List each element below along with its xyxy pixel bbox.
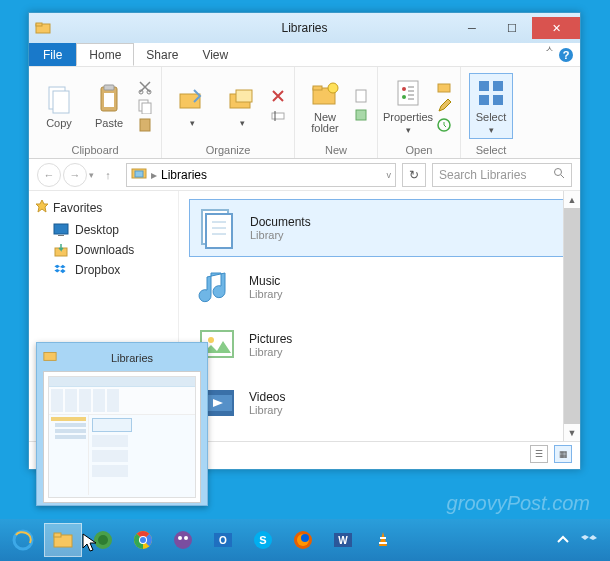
taskbar: O S W [0, 519, 610, 561]
forward-button[interactable]: → [63, 163, 87, 187]
up-button[interactable]: ↑ [96, 163, 120, 187]
svg-point-77 [301, 534, 309, 542]
svg-rect-20 [313, 86, 322, 90]
scroll-thumb[interactable] [564, 208, 580, 424]
svg-line-40 [561, 175, 564, 178]
svg-point-21 [328, 83, 338, 93]
svg-rect-56 [44, 353, 56, 361]
address-bar[interactable]: ▸ Libraries v [126, 163, 396, 187]
open-icon[interactable] [436, 79, 452, 95]
select-button[interactable]: Select▾ [469, 73, 513, 139]
sidebar-item-desktop[interactable]: Desktop [35, 220, 172, 240]
view-tab[interactable]: View [190, 43, 240, 66]
tiles-view-button[interactable]: ▦ [554, 445, 572, 463]
library-pictures[interactable]: PicturesLibrary [189, 317, 570, 373]
rename-icon[interactable] [270, 107, 286, 123]
minimize-button[interactable]: ─ [452, 17, 492, 39]
delete-icon[interactable] [270, 88, 286, 104]
taskbar-explorer[interactable] [44, 523, 82, 557]
svg-rect-8 [104, 93, 114, 107]
downloads-icon [53, 242, 69, 258]
ribbon: Copy Paste Clipboard ▾ ▾ [29, 67, 580, 159]
sidebar-item-downloads[interactable]: Downloads [35, 240, 172, 260]
taskbar-word[interactable]: W [324, 523, 362, 557]
easy-access-icon[interactable] [353, 107, 369, 123]
taskbar-app-green[interactable] [84, 523, 122, 557]
ribbon-group-open: Properties▾ Open [378, 67, 461, 158]
taskbar-outlook[interactable]: O [204, 523, 242, 557]
search-input[interactable]: Search Libraries [432, 163, 572, 187]
back-button[interactable]: ← [37, 163, 61, 187]
svg-rect-59 [54, 533, 61, 537]
taskbar-skype[interactable]: S [244, 523, 282, 557]
scroll-down-icon[interactable]: ▼ [564, 424, 580, 441]
titlebar[interactable]: Libraries ─ ☐ ✕ [29, 13, 580, 43]
close-button[interactable]: ✕ [532, 17, 580, 39]
new-item-icon[interactable] [353, 88, 369, 104]
clipboard-mini-buttons [137, 79, 153, 133]
help-icon[interactable]: ? [558, 43, 574, 66]
svg-rect-34 [493, 81, 503, 91]
vlc-icon [372, 529, 394, 551]
svg-rect-81 [380, 537, 386, 539]
svg-rect-24 [398, 81, 418, 105]
svg-rect-36 [493, 95, 503, 105]
ribbon-group-organize: ▾ ▾ Organize [162, 67, 295, 158]
svg-rect-7 [104, 85, 114, 90]
copy-to-button[interactable]: ▾ [220, 84, 264, 128]
new-folder-button[interactable]: New folder [303, 78, 347, 134]
taskbar-ie[interactable] [4, 523, 42, 557]
move-to-button[interactable]: ▾ [170, 84, 214, 128]
paste-button[interactable]: Paste [87, 83, 131, 129]
svg-rect-35 [479, 95, 489, 105]
taskbar-preview[interactable]: Libraries [36, 342, 208, 506]
paste-icon [93, 83, 125, 115]
ribbon-group-clipboard: Copy Paste Clipboard [29, 67, 162, 158]
taskbar-vlc[interactable] [364, 523, 402, 557]
tray-dropbox-icon[interactable] [580, 531, 598, 549]
home-tab[interactable]: Home [76, 43, 134, 66]
edit-icon[interactable] [436, 98, 452, 114]
library-videos[interactable]: VideosLibrary [189, 375, 570, 431]
copy-button[interactable]: Copy [37, 83, 81, 129]
library-music[interactable]: MusicLibrary [189, 259, 570, 315]
history-icon[interactable] [436, 117, 452, 133]
properties-button[interactable]: Properties▾ [386, 77, 430, 135]
copy-path-icon[interactable] [137, 98, 153, 114]
address-dropdown-icon[interactable]: v [387, 170, 392, 180]
refresh-button[interactable]: ↻ [402, 163, 426, 187]
preview-thumbnail[interactable] [43, 371, 201, 503]
file-tab[interactable]: File [29, 43, 76, 66]
svg-text:O: O [219, 535, 227, 546]
svg-rect-38 [135, 171, 143, 177]
taskbar-chrome[interactable] [124, 523, 162, 557]
favorites-header[interactable]: Favorites [35, 199, 172, 216]
svg-rect-31 [438, 84, 450, 92]
recent-dropdown-icon[interactable]: ▾ [89, 170, 94, 180]
taskbar-firefox[interactable] [284, 523, 322, 557]
documents-icon [196, 206, 240, 250]
copy-to-icon [226, 84, 258, 116]
breadcrumb[interactable]: Libraries [161, 168, 207, 182]
library-documents[interactable]: DocumentsLibrary [189, 199, 570, 257]
svg-rect-46 [206, 214, 232, 248]
scrollbar[interactable]: ▲ ▼ [563, 191, 580, 441]
share-tab[interactable]: Share [134, 43, 190, 66]
sidebar-item-dropbox[interactable]: Dropbox [35, 260, 172, 280]
word-icon: W [332, 529, 354, 551]
tray-up-icon[interactable] [554, 531, 572, 549]
cut-icon[interactable] [137, 79, 153, 95]
folder-icon [52, 529, 74, 551]
svg-rect-5 [53, 91, 69, 113]
skype-icon: S [252, 529, 274, 551]
details-view-button[interactable]: ☰ [530, 445, 548, 463]
svg-rect-82 [379, 542, 387, 544]
taskbar-app-purple[interactable] [164, 523, 202, 557]
select-icon [475, 77, 507, 109]
minimize-ribbon-icon[interactable]: ㅅ [545, 43, 554, 66]
maximize-button[interactable]: ☐ [492, 17, 532, 39]
firefox-icon [292, 529, 314, 551]
scroll-up-icon[interactable]: ▲ [564, 191, 580, 208]
folder-icon [35, 20, 51, 36]
paste-shortcut-icon[interactable] [137, 117, 153, 133]
